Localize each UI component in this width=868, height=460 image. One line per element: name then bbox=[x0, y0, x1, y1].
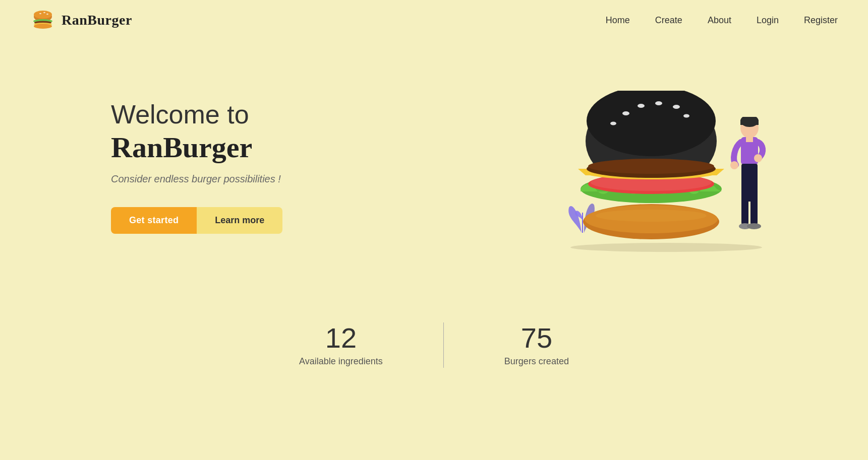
svg-point-1 bbox=[34, 11, 52, 19]
hero-text: Welcome to RanBurger Consider endless bu… bbox=[111, 99, 373, 234]
svg-rect-29 bbox=[740, 120, 759, 125]
nav-register[interactable]: Register bbox=[804, 15, 838, 25]
hero-image bbox=[545, 71, 787, 262]
stats-section: 12 Available ingredients 75 Burgers crea… bbox=[0, 292, 868, 408]
burger-illustration bbox=[575, 91, 727, 247]
stat-burgers: 75 Burgers created bbox=[444, 324, 629, 367]
stat-ingredients-number: 12 bbox=[299, 324, 383, 352]
learn-more-button[interactable]: Learn more bbox=[197, 207, 282, 234]
hero-title-prefix: Welcome to bbox=[111, 100, 249, 129]
nav-login[interactable]: Login bbox=[757, 15, 779, 25]
hero-buttons: Get started Learn more bbox=[111, 207, 373, 234]
svg-point-23 bbox=[588, 159, 714, 174]
svg-point-37 bbox=[747, 223, 761, 229]
svg-point-31 bbox=[730, 161, 738, 169]
nav-about[interactable]: About bbox=[708, 15, 731, 25]
svg-point-26 bbox=[596, 210, 707, 222]
svg-point-17 bbox=[610, 122, 616, 125]
brand-name: RanBurger bbox=[62, 12, 132, 28]
stat-burgers-number: 75 bbox=[504, 324, 569, 352]
svg-point-16 bbox=[683, 114, 689, 118]
svg-point-12 bbox=[622, 111, 629, 115]
nav-create[interactable]: Create bbox=[655, 15, 682, 25]
svg-point-3 bbox=[43, 12, 45, 13]
person-illustration bbox=[727, 117, 772, 248]
svg-rect-35 bbox=[750, 190, 758, 225]
svg-point-8 bbox=[34, 24, 52, 29]
svg-rect-38 bbox=[746, 136, 753, 142]
svg-point-14 bbox=[655, 101, 662, 105]
hero-section: Welcome to RanBurger Consider endless bu… bbox=[0, 40, 868, 292]
stat-ingredients-label: Available ingredients bbox=[299, 356, 383, 367]
nav-home[interactable]: Home bbox=[606, 15, 630, 25]
hero-subtitle: Consider endless burger possibilities ! bbox=[111, 173, 373, 185]
hero-title-brand: RanBurger bbox=[111, 131, 252, 164]
hero-title: Welcome to RanBurger bbox=[111, 99, 373, 165]
svg-point-32 bbox=[754, 154, 762, 162]
get-started-button[interactable]: Get started bbox=[111, 207, 197, 234]
burger-logo-icon bbox=[30, 8, 55, 33]
stat-burgers-label: Burgers created bbox=[504, 356, 569, 367]
navbar: RanBurger Home Create About Login Regist… bbox=[0, 0, 868, 40]
stat-ingredients: 12 Available ingredients bbox=[239, 324, 443, 367]
svg-rect-34 bbox=[741, 190, 748, 225]
svg-point-4 bbox=[46, 14, 48, 15]
svg-point-15 bbox=[673, 105, 680, 109]
svg-point-2 bbox=[39, 13, 41, 14]
nav-links: Home Create About Login Register bbox=[606, 15, 838, 26]
logo[interactable]: RanBurger bbox=[30, 8, 132, 33]
svg-point-13 bbox=[638, 104, 645, 108]
